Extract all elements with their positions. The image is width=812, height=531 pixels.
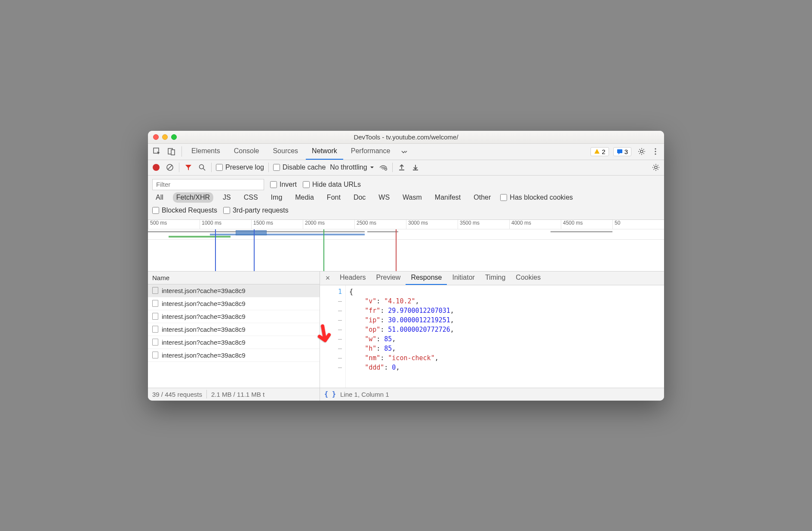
svg-point-4	[640, 150, 643, 153]
more-menu-icon[interactable]	[649, 148, 661, 155]
clear-button[interactable]	[165, 164, 175, 171]
detail-tab-timing[interactable]: Timing	[480, 272, 511, 285]
document-icon	[152, 313, 158, 320]
close-detail-button[interactable]: ×	[323, 274, 333, 283]
main-tabbar: Elements Console Sources Network Perform…	[148, 144, 664, 160]
warnings-count: 2	[602, 148, 605, 155]
column-header-name[interactable]: Name	[148, 272, 320, 284]
detail-tab-headers[interactable]: Headers	[335, 272, 371, 285]
time-tick: 1000 ms	[200, 220, 251, 229]
request-name: interest.json?cache=39ac8c9	[162, 287, 246, 294]
request-row[interactable]: interest.json?cache=39ac8c9	[148, 336, 320, 349]
svg-point-12	[384, 168, 387, 170]
transfer-size: 2.1 MB / 11.1 MB t	[207, 391, 269, 398]
more-tabs-icon[interactable]	[398, 145, 411, 158]
detail-tab-response[interactable]: Response	[406, 272, 447, 285]
code-line: "v": "4.10.2",	[349, 296, 454, 306]
filter-type-all[interactable]: All	[152, 192, 167, 203]
time-tick: 500 ms	[148, 220, 200, 229]
fold-toggle[interactable]: –	[322, 306, 342, 315]
filter-type-doc[interactable]: Doc	[350, 192, 369, 203]
messages-badge[interactable]: 3	[613, 147, 631, 156]
third-party-checkbox[interactable]: 3rd-party requests	[223, 207, 289, 214]
device-toggle-icon[interactable]	[165, 145, 178, 158]
request-count: 39 / 445 requests	[148, 391, 206, 398]
warnings-badge[interactable]: 2	[591, 147, 609, 156]
time-tick: 1500 ms	[251, 220, 303, 229]
cursor-position: Line 1, Column 1	[340, 391, 389, 398]
disable-cache-checkbox[interactable]: Disable cache	[273, 164, 326, 171]
filter-input[interactable]	[152, 179, 264, 190]
import-har-icon[interactable]	[397, 164, 406, 171]
throttling-select[interactable]: No throttling	[330, 164, 374, 171]
request-row[interactable]: interest.json?cache=39ac8c9	[148, 284, 320, 297]
svg-point-13	[655, 166, 657, 169]
blocked-requests-checkbox[interactable]: Blocked Requests	[152, 207, 217, 214]
request-name: interest.json?cache=39ac8c9	[162, 326, 246, 333]
detail-tab-initiator[interactable]: Initiator	[447, 272, 480, 285]
tab-sources[interactable]: Sources	[267, 144, 304, 160]
request-name: interest.json?cache=39ac8c9	[162, 300, 246, 307]
network-conditions-icon[interactable]	[378, 164, 388, 171]
content-area: Name interest.json?cache=39ac8c9interest…	[148, 272, 664, 388]
code-line: "op": 51.0000020772726,	[349, 325, 454, 334]
filter-type-ws[interactable]: WS	[375, 192, 393, 203]
code-line: "ddd": 0,	[349, 363, 454, 372]
search-icon[interactable]	[197, 164, 207, 171]
settings-icon[interactable]	[636, 147, 648, 156]
has-blocked-cookies-checkbox[interactable]: Has blocked cookies	[500, 194, 573, 201]
filter-type-media[interactable]: Media	[292, 192, 317, 203]
filter-icon[interactable]	[184, 164, 193, 171]
tab-elements[interactable]: Elements	[185, 144, 226, 160]
detail-tab-cookies[interactable]: Cookies	[511, 272, 546, 285]
filter-bar: Invert Hide data URLs AllFetch/XHRJSCSSI…	[148, 176, 664, 220]
svg-line-9	[168, 165, 172, 170]
preserve-log-checkbox[interactable]: Preserve log	[216, 164, 264, 171]
svg-rect-2	[171, 150, 175, 155]
filter-type-other[interactable]: Other	[470, 192, 494, 203]
export-har-icon[interactable]	[411, 164, 420, 171]
document-icon	[152, 352, 158, 358]
tab-network[interactable]: Network	[306, 144, 343, 160]
filter-type-font[interactable]: Font	[323, 192, 344, 203]
filter-type-js[interactable]: JS	[219, 192, 234, 203]
fold-toggle[interactable]: –	[322, 296, 342, 306]
pretty-print-button[interactable]: { }	[324, 390, 336, 398]
inspect-element-icon[interactable]	[151, 145, 163, 158]
filter-type-css[interactable]: CSS	[240, 192, 261, 203]
svg-point-10	[200, 165, 204, 169]
request-row[interactable]: interest.json?cache=39ac8c9	[148, 310, 320, 323]
hide-data-urls-checkbox[interactable]: Hide data URLs	[303, 181, 361, 188]
fold-toggle[interactable]: –	[322, 353, 342, 363]
request-row[interactable]: interest.json?cache=39ac8c9	[148, 349, 320, 362]
request-row[interactable]: interest.json?cache=39ac8c9	[148, 323, 320, 336]
record-button[interactable]	[151, 164, 161, 171]
svg-line-11	[203, 169, 206, 171]
request-row[interactable]: interest.json?cache=39ac8c9	[148, 297, 320, 310]
fold-toggle[interactable]: –	[322, 315, 342, 325]
filter-type-fetchxhr[interactable]: Fetch/XHR	[173, 192, 213, 203]
invert-checkbox[interactable]: Invert	[270, 181, 297, 188]
fold-toggle[interactable]: –	[322, 363, 342, 372]
requests-panel: Name interest.json?cache=39ac8c9interest…	[148, 272, 320, 388]
time-tick: 4000 ms	[509, 220, 561, 229]
time-tick: 3500 ms	[458, 220, 509, 229]
filter-type-img[interactable]: Img	[268, 192, 286, 203]
response-body[interactable]: 1–––––––– { "v": "4.10.2", "fr": 29.9700…	[320, 285, 664, 388]
code-line: "ip": 30.0000012219251,	[349, 315, 454, 325]
line-number: 1	[322, 287, 342, 296]
code-line: "h": 85,	[349, 344, 454, 353]
filter-type-manifest[interactable]: Manifest	[431, 192, 464, 203]
document-icon	[152, 339, 158, 346]
tab-console[interactable]: Console	[228, 144, 265, 160]
detail-tab-preview[interactable]: Preview	[371, 272, 406, 285]
timeline-overview[interactable]: 500 ms1000 ms1500 ms2000 ms2500 ms3000 m…	[148, 220, 664, 272]
document-icon	[152, 287, 158, 294]
code-line: "nm": "icon-check",	[349, 353, 454, 363]
network-settings-icon[interactable]	[651, 163, 661, 172]
chevron-down-icon	[370, 165, 374, 170]
document-icon	[152, 326, 158, 333]
filter-type-wasm[interactable]: Wasm	[399, 192, 425, 203]
tab-performance[interactable]: Performance	[345, 144, 397, 160]
code-line: "w": 85,	[349, 334, 454, 344]
